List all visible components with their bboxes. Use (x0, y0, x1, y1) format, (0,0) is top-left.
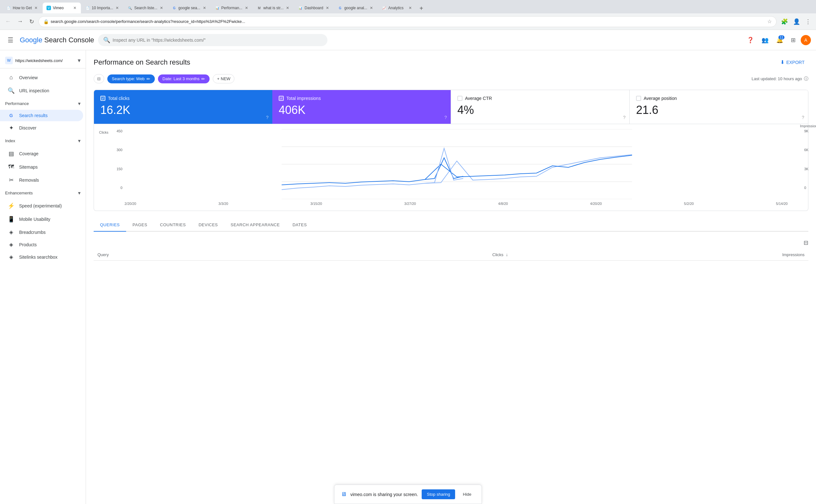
sidebar-section-enhancements[interactable]: Enhancements ▾ (0, 187, 86, 199)
tab-close-10[interactable]: ✕ (408, 5, 412, 11)
more-button[interactable]: ⋮ (803, 17, 813, 26)
metric-card-impressions[interactable]: ✓ Total impressions 406K ? (272, 90, 451, 124)
info-icon[interactable]: ⓘ (804, 76, 808, 82)
help-button[interactable]: ❓ (744, 34, 756, 46)
sidebar-item-search-results[interactable]: G Search results (0, 110, 83, 121)
sidebar-item-discover[interactable]: ✦ Discover (0, 121, 83, 135)
browser-tab-10[interactable]: 📈 Analytics ✕ (378, 3, 416, 13)
metric-card-position[interactable]: Average position 21.6 ? (630, 90, 808, 124)
tab-close-6[interactable]: ✕ (244, 5, 249, 11)
bookmark-icon[interactable]: ☆ (767, 18, 772, 25)
tab-pages[interactable]: PAGES (126, 219, 153, 232)
browser-tab-9[interactable]: G google anal... ✕ (334, 3, 377, 13)
url-inspection-search[interactable]: 🔍 (98, 34, 327, 46)
address-bar[interactable]: 🔒 search.google.com/search-console/perfo… (39, 16, 777, 27)
tab-search-appearance[interactable]: SEARCH APPEARANCE (224, 219, 286, 232)
browser-tab-4[interactable]: 🔍 Search liste... ✕ (124, 3, 167, 13)
tab-queries[interactable]: QUERIES (94, 219, 126, 232)
property-favicon: W (5, 57, 13, 64)
tab-dates[interactable]: DATES (286, 219, 313, 232)
ctr-help-icon[interactable]: ? (623, 115, 626, 120)
property-dropdown-icon[interactable]: ▾ (78, 57, 81, 64)
app-container: ☰ Google Search Console 🔍 ❓ 👥 🔔 11 ⊞ A (0, 30, 816, 504)
performance-section-label: Performance (5, 101, 29, 106)
search-input[interactable] (113, 38, 322, 43)
sidebar-item-removals[interactable]: ✂ Removals (0, 173, 83, 187)
impressions-help-icon[interactable]: ? (444, 115, 447, 120)
new-tab-button[interactable]: + (417, 3, 426, 13)
tab-close-1[interactable]: ✕ (34, 5, 38, 11)
hide-button[interactable]: Hide (459, 489, 475, 499)
reload-button[interactable]: ↻ (27, 17, 36, 26)
tab-close-9[interactable]: ✕ (369, 5, 374, 11)
extensions-button[interactable]: 🧩 (779, 17, 790, 26)
notifications-button[interactable]: 🔔 11 (774, 34, 786, 46)
sidebar-item-breadcrumbs[interactable]: ◈ Breadcrumbs (0, 226, 83, 238)
metrics-cards: ✓ Total clicks 16.2K ? ✓ Total impressio… (94, 90, 808, 124)
browser-tab-5[interactable]: G google sea... ✕ (168, 3, 211, 13)
sidebar-item-mobile-usability[interactable]: 📱 Mobile Usability (0, 213, 83, 226)
ctr-checkbox[interactable] (457, 96, 462, 101)
property-selector[interactable]: W https://wickedsheets.com/ ▾ (0, 53, 86, 68)
x-label-1: 3/3/20 (219, 202, 229, 206)
browser-tab-2[interactable]: V Vimeo ✕ (43, 3, 81, 13)
sidebar-item-url-inspection[interactable]: 🔍 URL inspection (0, 84, 83, 97)
browser-tab-6[interactable]: 📊 Performan... ✕ (211, 3, 253, 13)
user-avatar[interactable]: A (801, 35, 811, 45)
tab-close-4[interactable]: ✕ (159, 5, 164, 11)
sidebar-item-speed[interactable]: ⚡ Speed (experimental) (0, 199, 83, 213)
sidebar-item-coverage[interactable]: ▤ Coverage (0, 147, 83, 160)
sidebar-item-sitelinks-searchbox[interactable]: ◈ Sitelinks searchbox (0, 251, 83, 263)
browser-tab-8[interactable]: 📊 Dashboard ✕ (294, 3, 334, 13)
y-label-9k: 9K (804, 129, 808, 133)
metric-clicks-header: ✓ Total clicks (100, 96, 266, 101)
table-filter-icon[interactable]: ⊟ (804, 239, 808, 246)
search-type-filter[interactable]: Search type: Web ✏ (107, 74, 155, 83)
tab-favicon-1: 📄 (6, 6, 11, 10)
impressions-checkbox[interactable]: ✓ (279, 96, 284, 101)
browser-tab-3[interactable]: 📄 10 Importa... ✕ (81, 3, 123, 13)
coverage-icon: ▤ (8, 150, 15, 157)
sidebar-section-performance[interactable]: Performance ▾ (0, 97, 86, 110)
browser-tab-7[interactable]: M what is str... ✕ (253, 3, 294, 13)
screen-share-notification: 🖥 vimeo.com is sharing your screen. Stop… (334, 485, 482, 504)
clicks-checkbox[interactable]: ✓ (100, 96, 105, 101)
users-button[interactable]: 👥 (759, 34, 771, 46)
back-button[interactable]: ← (3, 17, 13, 26)
header-actions: ❓ 👥 🔔 11 ⊞ A (744, 34, 811, 46)
sidebar-item-sitemaps[interactable]: 🗺 Sitemaps (0, 160, 83, 173)
export-button[interactable]: ⬇ EXPORT (777, 57, 808, 68)
tab-close-5[interactable]: ✕ (202, 5, 207, 11)
metric-card-clicks[interactable]: ✓ Total clicks 16.2K ? (94, 90, 272, 124)
position-checkbox[interactable] (636, 96, 641, 101)
filter-icon-button[interactable]: ⊟ (94, 74, 104, 83)
index-section-label: Index (5, 138, 15, 143)
tab-favicon-7: M (257, 6, 262, 10)
stop-sharing-button[interactable]: Stop sharing (422, 489, 455, 499)
tab-close-8[interactable]: ✕ (325, 5, 330, 11)
data-tabs: QUERIES PAGES COUNTRIES DEVICES SEARCH A… (94, 219, 808, 232)
tab-devices[interactable]: DEVICES (192, 219, 224, 232)
clicks-help-icon[interactable]: ? (266, 115, 269, 120)
profile-button[interactable]: 👤 (791, 17, 802, 26)
col-header-impressions[interactable]: Impressions (512, 249, 808, 261)
browser-tab-1[interactable]: 📄 How to Get ✕ (3, 3, 42, 13)
apps-grid-button[interactable]: ⊞ (788, 34, 798, 46)
url-inspection-icon: 🔍 (8, 87, 15, 94)
tab-countries[interactable]: COUNTRIES (153, 219, 192, 232)
sidebar-section-index[interactable]: Index ▾ (0, 135, 86, 147)
col-header-clicks[interactable]: Clicks ↓ (281, 249, 512, 261)
export-icon: ⬇ (780, 59, 784, 65)
metric-card-ctr[interactable]: Average CTR 4% ? (451, 90, 630, 124)
forward-button[interactable]: → (15, 17, 25, 26)
position-help-icon[interactable]: ? (802, 115, 804, 120)
tab-close-7[interactable]: ✕ (285, 5, 290, 11)
tab-close-2[interactable]: ✕ (73, 5, 77, 11)
sidebar-item-products[interactable]: ◈ Products (0, 238, 83, 251)
hamburger-menu-button[interactable]: ☰ (5, 34, 16, 46)
add-filter-button[interactable]: + NEW (213, 74, 235, 83)
sidebar-item-overview[interactable]: ⌂ Overview (0, 71, 83, 84)
tab-close-3[interactable]: ✕ (115, 5, 119, 11)
tab-label-9: google anal... (344, 6, 367, 10)
date-filter[interactable]: Date: Last 3 months ✏ (158, 74, 210, 83)
